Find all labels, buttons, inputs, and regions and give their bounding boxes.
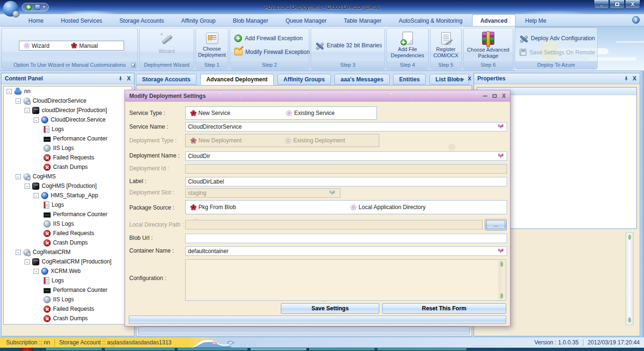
doc-tab-aaas-messages[interactable]: aaa's Messages [334,74,389,85]
doc-tab-affinity-groups[interactable]: Affinity Groups [277,74,331,85]
tree-expander[interactable]: - [25,259,30,264]
tree-item-role[interactable]: -CloudDirector.Service [4,115,132,124]
tree-item-failed-requests[interactable]: Failed Requests [4,304,132,314]
start-orb[interactable] [20,348,33,351]
tree-expander[interactable]: - [34,193,39,198]
taskbar-button[interactable] [45,348,102,351]
doc-tab-storage-accounts[interactable]: Storage Accounts [136,74,197,85]
dialog-minimize-icon[interactable] [483,96,487,97]
save-settings-on-remote-button[interactable]: Save Settings On Remote [519,49,595,56]
tree-item-service[interactable]: -CogHMS [4,172,132,181]
register-com-ocx-button[interactable]: Register COM/OCX [431,29,460,61]
tree-item-iis-logs[interactable]: IIS Logs [4,219,132,228]
tree-item-iis-logs[interactable]: IIS Logs [4,295,132,304]
tree-expander[interactable]: - [16,174,21,179]
choose-advanced-package-button[interactable]: Choose Advanced Package [465,29,512,61]
leaf-up-icon[interactable] [499,261,504,267]
radio-existing-service[interactable]: Existing Service [286,110,334,116]
dialog-close-icon[interactable]: X [502,93,506,99]
tree-expander[interactable]: - [7,89,12,94]
tree-item-logs[interactable]: Logs [4,276,132,285]
tab-scroll-right-icon[interactable]: ▶ [461,77,465,81]
tree-item-performance-counter[interactable]: Performance Counter [4,210,132,219]
leaf-up-icon[interactable] [627,234,632,240]
label-input[interactable] [185,177,507,186]
pin-icon[interactable] [118,76,123,81]
tree-item-failed-requests[interactable]: Failed Requests [4,228,132,238]
browse-button[interactable]: ... [485,219,507,230]
pin-icon[interactable] [624,76,628,81]
choose-deployment-button[interactable]: Choose Deployment [197,29,227,61]
tab-affinity-group[interactable]: Affinity Group [174,15,223,26]
tree-item-service[interactable]: -CogRetailCRM [4,247,132,257]
dialog-maximize-icon[interactable] [492,94,497,98]
taskbar-button-active[interactable] [250,348,307,351]
tree-item-deployment[interactable]: -cloudDirector [Production] [4,105,132,115]
deployment-id-input[interactable] [185,164,507,174]
info-icon[interactable]: i [632,16,640,24]
maximize-button[interactable] [609,0,625,9]
tree-item-failed-requests[interactable]: Failed Requests [4,153,132,162]
tab-advanced[interactable]: Advanced [472,14,515,26]
vertical-scrollbar[interactable] [626,232,634,325]
enable-32bit-binaries-button[interactable]: Enable 32 bit Binaries [315,42,382,49]
close-button[interactable]: X [625,0,640,9]
tree-item-deployment[interactable]: -CogHMS [Production] [4,181,132,191]
app-logo-icon[interactable] [3,1,18,17]
tab-storage-accounts[interactable]: Storage Accounts [112,15,171,26]
blob-url-input[interactable] [185,234,507,243]
deploy-adv-configuration-button[interactable]: Deploy Adv Configuration [519,35,595,42]
taskbar-button[interactable] [104,348,175,351]
reset-form-button[interactable]: Reset This Form [382,303,506,314]
add-firewall-exception-button[interactable]: Add Firewall Exception [234,35,303,42]
close-icon[interactable]: X [127,76,131,81]
tab-scroll-left-icon[interactable]: ◀ [455,77,458,81]
taskbar-button[interactable] [177,348,248,351]
deployment-name-input[interactable] [185,151,507,161]
taskbar-button[interactable] [309,348,375,351]
tree-item-crash-dumps[interactable]: Crash Dumps [4,162,132,172]
doc-tab-entities[interactable]: Entities [393,74,426,85]
tree-item-nn[interactable]: -nn [4,87,132,96]
tree-expander[interactable]: - [34,269,39,274]
tab-blob-manager[interactable]: Blob Manager [225,15,276,26]
close-tab-icon[interactable]: X [468,76,471,81]
tree-item-service[interactable]: -CloudDirectorService [4,96,132,105]
tree-expander[interactable]: - [16,98,21,104]
radio-wizard[interactable]: Wizard [24,43,49,49]
tab-table-manager[interactable]: Table Manager [336,15,389,26]
wizard-button[interactable]: Wizard [141,29,193,61]
close-icon[interactable]: X [633,76,636,81]
leaf-down-icon[interactable] [499,293,504,299]
tree-item-role[interactable]: -XCRM.Web [4,266,132,276]
tab-autoscaling-monitoring[interactable]: AutoScaling & Monitoring [391,15,470,26]
configuration-textarea[interactable] [185,259,506,301]
tree-item-performance-counter[interactable]: Performance Counter [4,285,132,295]
radio-pkg-from-blob[interactable]: Pkg From Blob [190,204,236,211]
tab-queue-manager[interactable]: Queue Manager [278,15,334,26]
tree-expander[interactable]: - [34,117,39,123]
taskbar-button[interactable] [377,348,467,351]
radio-new-deployment[interactable]: New Deployment [190,137,242,144]
doc-tab-advanced-deployment[interactable]: Advanced Deployment [200,74,274,85]
tree-item-deployment[interactable]: -CogRetailCRM [Production] [4,257,132,266]
save-settings-button[interactable]: Save Settings [281,303,379,314]
radio-local-application-directory[interactable]: Local Application Directory [350,204,425,211]
configuration-scrollbar[interactable] [498,260,505,300]
tab-home[interactable]: Home [21,15,51,26]
tree-item-role[interactable]: -HMS_Startup_App [4,191,132,200]
dialog-title-bar[interactable]: Modify Deployment Settings X [125,90,510,102]
tree-item-crash-dumps[interactable]: Crash Dumps [4,238,132,247]
tab-help-me[interactable]: Help Me [518,15,554,26]
add-file-dependencies-button[interactable]: Add File Dependencies [388,29,427,61]
minimize-button[interactable] [594,0,609,9]
tab-hosted-services[interactable]: Hosted Services [53,15,109,26]
tree-expander[interactable]: - [25,184,30,189]
tree-item-logs[interactable]: Logs [4,124,132,134]
tree-item-crash-dumps[interactable]: Crash Dumps [4,314,132,323]
service-name-input[interactable] [185,122,507,132]
local-directory-path-input[interactable] [185,220,483,229]
radio-existing-deployment[interactable]: Existing Deployment [285,137,345,144]
radio-manual[interactable]: Manual [71,43,98,49]
radio-new-service[interactable]: New Service [190,110,230,116]
